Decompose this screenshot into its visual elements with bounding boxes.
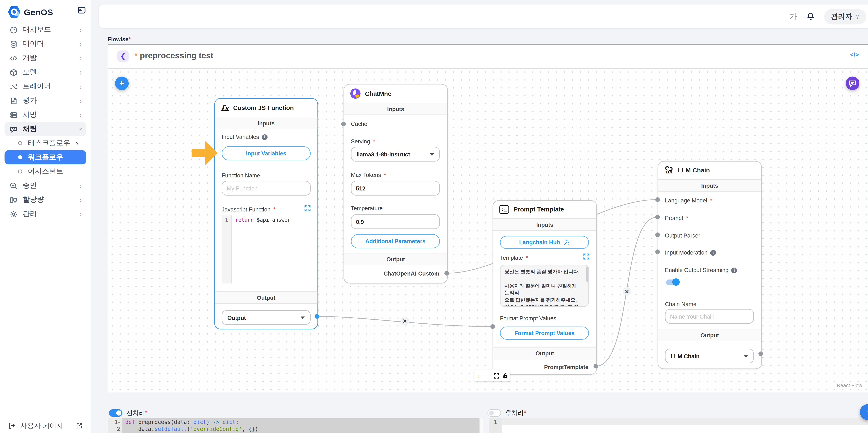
gear-icon bbox=[9, 210, 18, 218]
js-code-editor[interactable]: 1 return $api_answer bbox=[222, 215, 311, 283]
sidebar-subitem-label: 어시스턴트 bbox=[28, 167, 63, 176]
report-icon bbox=[9, 96, 18, 105]
sidebar-item-label: 서빙 bbox=[23, 110, 37, 120]
sidebar-item-data[interactable]: 데이터 › bbox=[4, 37, 86, 51]
sidebar-item-chat[interactable]: 채팅 › bbox=[4, 122, 86, 136]
postprocess-code-editor[interactable]: 1 bbox=[489, 419, 868, 433]
serving-label: Serving* bbox=[351, 138, 375, 145]
sidebar-item-model[interactable]: 모델 › bbox=[4, 65, 86, 80]
handle-output-parser-input[interactable] bbox=[655, 233, 660, 237]
js-function-label: Javascript Function* bbox=[222, 207, 276, 213]
sidebar-subitem-assistant[interactable]: 어시스턴트 bbox=[4, 164, 86, 179]
canvas-toolbar: + − bbox=[474, 370, 509, 381]
additional-parameters-button[interactable]: Additional Parameters bbox=[351, 234, 440, 248]
template-textarea[interactable]: 당신은 챗봇의 품질 평가자 입니다. 사용자의 질문에 얼마나 친절하게 논리… bbox=[500, 265, 589, 307]
sidebar-footer-user-page[interactable]: 사용자 페이지 bbox=[8, 421, 83, 431]
logo[interactable]: GenOS bbox=[8, 4, 87, 19]
sidebar-item-quota[interactable]: 할당량 › bbox=[4, 193, 86, 207]
zoom-out-button[interactable]: − bbox=[483, 370, 492, 381]
line-numbers: 1▾ 2 3 bbox=[107, 419, 122, 433]
sidebar-item-approval[interactable]: 승인 › bbox=[4, 179, 86, 193]
preprocess-code-editor[interactable]: 1▾ 2 3 def preprocess(data: dict) -> dic… bbox=[107, 419, 479, 433]
bell-icon[interactable] bbox=[806, 12, 815, 21]
edge-delete-button[interactable]: ✕ bbox=[401, 317, 409, 325]
add-node-button[interactable]: + bbox=[115, 76, 129, 90]
function-name-input[interactable] bbox=[222, 181, 311, 196]
sidebar-item-label: 트레이너 bbox=[23, 82, 51, 91]
back-button[interactable]: ❮ bbox=[117, 51, 129, 62]
inputs-section-header: Inputs bbox=[344, 103, 447, 115]
serving-select[interactable]: llama3.1-8b-instruct▼ bbox=[351, 147, 440, 162]
output-streaming-toggle[interactable] bbox=[666, 279, 680, 286]
info-icon: i bbox=[262, 134, 268, 140]
sidebar-collapse-icon[interactable] bbox=[77, 6, 86, 15]
node-prompt-template[interactable]: >_ Prompt Template Inputs Langchain Hub … bbox=[493, 200, 597, 375]
chain-name-label: Chain Name bbox=[665, 301, 696, 307]
flow-title: * preprocessing test bbox=[134, 51, 213, 60]
lock-button[interactable] bbox=[501, 370, 510, 381]
sidebar-item-trainer[interactable]: 트레이너 › bbox=[4, 79, 86, 94]
empty-code-area bbox=[502, 419, 868, 433]
llm-chain-output-select[interactable]: LLM Chain▼ bbox=[665, 349, 754, 363]
sidebar-item-eval[interactable]: 평가 › bbox=[4, 94, 86, 108]
chevron-right-icon: › bbox=[80, 96, 82, 105]
handle-chatmnc-output[interactable] bbox=[444, 271, 449, 276]
max-tokens-input[interactable] bbox=[351, 181, 440, 196]
sidebar-item-serving[interactable]: 서빙 › bbox=[4, 107, 86, 122]
sidebar-subitem-workflow[interactable]: 워크플로우 bbox=[4, 150, 86, 164]
code-export-button[interactable]: </> bbox=[850, 51, 859, 58]
editor-scrollbar[interactable] bbox=[479, 419, 483, 433]
flow-canvas[interactable]: ✕ ✕ + fx Custom JS Function Inputs bbox=[108, 68, 867, 391]
chain-name-input[interactable] bbox=[665, 309, 754, 324]
node-llm-chain[interactable]: LLM LLM Chain Inputs Language Model* Pro… bbox=[658, 161, 762, 369]
preprocess-toggle[interactable] bbox=[109, 409, 122, 417]
database-icon bbox=[9, 40, 18, 48]
sidebar-subitem-taskflow[interactable]: 태스크플로우 › bbox=[4, 136, 86, 150]
handle-input-moderation-input[interactable] bbox=[655, 249, 660, 254]
expand-icon[interactable] bbox=[304, 205, 311, 212]
font-size-toggle[interactable]: 가 bbox=[789, 11, 797, 22]
input-variables-label: Input Variables i bbox=[222, 134, 268, 140]
handle-prompt-input[interactable] bbox=[655, 215, 660, 219]
node-chatmnc[interactable]: ChatMnc Inputs Cache Serving* llama3.1-8… bbox=[344, 84, 448, 283]
sidebar-footer-label: 사용자 페이지 bbox=[21, 421, 63, 431]
sidebar-item-admin[interactable]: 관리 › bbox=[4, 207, 86, 221]
code-icon bbox=[9, 54, 18, 62]
zoom-in-button[interactable]: + bbox=[474, 370, 483, 381]
sidebar-item-dev[interactable]: 개발 › bbox=[4, 51, 86, 65]
chevron-right-icon: › bbox=[76, 139, 79, 147]
svg-text:✕: ✕ bbox=[403, 318, 407, 324]
format-prompt-values-button[interactable]: Format Prompt Values bbox=[500, 327, 589, 340]
chevron-right-icon: › bbox=[80, 181, 82, 190]
output-anchor-label: ChatOpenAI-Custom bbox=[383, 271, 439, 277]
chat-bubble-icon bbox=[9, 125, 18, 133]
handle-prompt-template-output[interactable] bbox=[593, 364, 598, 368]
temperature-label: Temperature bbox=[351, 205, 383, 212]
handle-llm-chain-output[interactable] bbox=[758, 351, 763, 356]
caret-down-icon: ▼ bbox=[743, 353, 749, 359]
sidebar-item-label: 모델 bbox=[23, 67, 37, 77]
profile-name: 관리자 bbox=[831, 12, 852, 21]
profile-menu[interactable]: 관리자 ∨ bbox=[824, 9, 866, 24]
handle-language-model-input[interactable] bbox=[655, 197, 660, 202]
temperature-input[interactable] bbox=[351, 214, 440, 229]
sidebar-item-dashboard[interactable]: 대시보드 › bbox=[4, 23, 86, 37]
sidebar: GenOS 대시보드 › 데이터 › 개발 bbox=[0, 0, 91, 433]
handle-cjs-output[interactable] bbox=[315, 314, 319, 318]
node-custom-js-function[interactable]: fx Custom JS Function Inputs Input Varia… bbox=[214, 98, 318, 329]
chat-button[interactable] bbox=[846, 76, 859, 90]
output-select[interactable]: Output▼ bbox=[222, 310, 311, 325]
preprocess-header: 전처리* bbox=[109, 409, 148, 417]
edge-delete-button[interactable]: ✕ bbox=[623, 287, 631, 296]
sidebar-item-label: 대시보드 bbox=[23, 25, 51, 35]
expand-icon[interactable] bbox=[583, 253, 590, 260]
postprocess-toggle[interactable] bbox=[488, 409, 501, 417]
scroll-to-top-button[interactable]: ↑ bbox=[860, 404, 868, 420]
terminal-icon: >_ bbox=[499, 205, 509, 213]
handle-cache-input[interactable] bbox=[341, 122, 346, 126]
fit-view-button[interactable] bbox=[492, 370, 501, 381]
input-variables-button[interactable]: Input Variables bbox=[222, 146, 311, 160]
textarea-scrollbar[interactable] bbox=[586, 267, 588, 282]
langchain-hub-button[interactable]: Langchain Hub bbox=[500, 236, 589, 249]
handle-format-values-input[interactable] bbox=[490, 324, 495, 329]
